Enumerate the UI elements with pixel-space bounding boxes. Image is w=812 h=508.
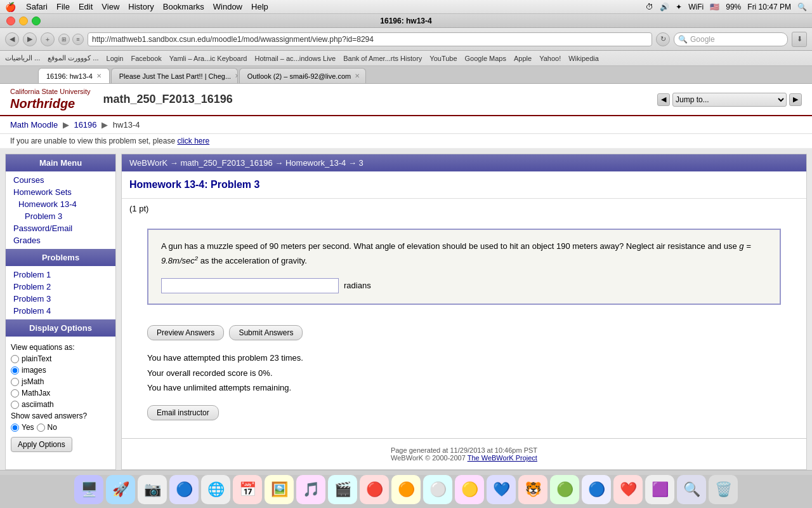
click-here-link[interactable]: click here (178, 137, 210, 145)
sidebar-item-courses[interactable]: Courses (6, 174, 115, 186)
url-bar[interactable]: http://mathweb1.sandbox.csun.edu/moodle1… (88, 32, 652, 46)
sidebar-item-problem-3[interactable]: Problem 3 (6, 210, 115, 222)
jump-next-button[interactable]: ▶ (789, 93, 802, 106)
problems-nav: Problem 1 Problem 2 Problem 3 Problem 4 (6, 266, 115, 319)
downloads-button[interactable]: ⬇ (792, 32, 807, 47)
bookmark-yahoo[interactable]: Yahoo! (539, 55, 561, 62)
reader-button[interactable]: ≡ (72, 34, 84, 45)
window-menu[interactable]: Window (213, 2, 242, 11)
dock-safari[interactable]: 🌐 (201, 475, 230, 504)
dock-app-16[interactable]: 🔵 (582, 475, 611, 504)
tab-close-3[interactable]: ✕ (355, 72, 360, 79)
minimize-button[interactable] (19, 17, 28, 25)
radio-asciimath[interactable] (11, 401, 19, 409)
bookmark-hotmail[interactable]: Hotmail – ac...indows Live (254, 55, 336, 62)
bookmark-1[interactable]: الرياضيات ... (5, 54, 40, 62)
menu-bar: 🍎 Safari File Edit View History Bookmark… (0, 0, 812, 14)
dock-app-12[interactable]: 🟡 (455, 475, 484, 504)
sidebar-item-homework-sets[interactable]: Homework Sets (6, 186, 115, 198)
volume-icon[interactable]: 🔊 (660, 3, 669, 11)
bookmark-apple[interactable]: Apple (514, 55, 532, 62)
jump-prev-button[interactable]: ◀ (657, 93, 670, 106)
bookmark-yamli[interactable]: Yamli – Ara...ic Keyboard (169, 55, 247, 62)
sidebar-problem-3[interactable]: Problem 3 (6, 293, 115, 305)
dock-preview[interactable]: 🖼️ (265, 475, 294, 504)
tab-active[interactable]: 16196: hw13-4 ✕ (38, 68, 110, 83)
dock-app-3[interactable]: 🔵 (169, 475, 199, 504)
dock-trash[interactable]: 🗑️ (709, 475, 738, 504)
radio-mathjax[interactable] (11, 389, 19, 398)
tab-3[interactable]: Outlook (2) – smai6-92@live.com ✕ (239, 68, 366, 83)
bluetooth-icon[interactable]: ✦ (676, 3, 682, 11)
bookmark-login[interactable]: Login (107, 55, 124, 62)
bookmarks-menu[interactable]: Bookmarks (163, 2, 204, 11)
sidebar-item-grades[interactable]: Grades (6, 234, 115, 246)
safari-menu[interactable]: Safari (26, 2, 48, 11)
bookmark-2[interactable]: كووورت الموقع ... (48, 54, 98, 62)
display-options-section: View equations as: plainText images jsMa… (6, 342, 115, 456)
email-instructor-button[interactable]: Email instructor (147, 405, 219, 420)
submit-answers-button[interactable]: Submit Answers (229, 325, 303, 340)
answer-input[interactable] (161, 278, 339, 293)
edit-menu[interactable]: Edit (79, 2, 93, 11)
bookmark-boa[interactable]: Bank of Amer...rts History (343, 55, 422, 62)
breadcrumb-16196[interactable]: 16196 (74, 120, 96, 130)
dock-quicktime[interactable]: 🎬 (328, 475, 357, 504)
apple-menu[interactable]: 🍎 (5, 2, 16, 12)
dock-finder[interactable]: 🖥️ (74, 475, 103, 504)
preview-answers-button[interactable]: Preview Answers (147, 325, 224, 340)
forward-button[interactable]: ▶ (23, 32, 37, 46)
dock-app-17[interactable]: ❤️ (613, 475, 643, 504)
dock-app-9[interactable]: 🔴 (360, 475, 389, 504)
tab-2[interactable]: Please Just The Last Part!! | Cheg... ✕ (111, 68, 238, 83)
dock-app-14[interactable]: 🐯 (518, 475, 547, 504)
show-all-tabs-button[interactable]: ⊞ (58, 34, 70, 45)
webwork-project-link[interactable]: The WeBWorK Project (468, 454, 537, 462)
bookmark-facebook[interactable]: Facebook (131, 55, 161, 62)
sidebar-problem-4[interactable]: Problem 4 (6, 305, 115, 317)
tab-close-2[interactable]: ✕ (235, 72, 238, 79)
dock-app-10[interactable]: 🟠 (391, 475, 421, 504)
dock-app-13[interactable]: 💙 (487, 475, 516, 504)
bookmark-youtube[interactable]: YouTube (429, 55, 457, 62)
search-bar[interactable]: 🔍 Google (674, 32, 788, 46)
radio-no[interactable] (37, 424, 45, 432)
dock-itunes[interactable]: 🎵 (296, 475, 325, 504)
back-button[interactable]: ◀ (5, 32, 19, 46)
dock-spotlight[interactable]: 🔍 (677, 475, 706, 504)
apply-options-button[interactable]: Apply Options (11, 437, 72, 452)
display-options-header: Display Options (6, 319, 115, 337)
sidebar-item-password-email[interactable]: Password/Email (6, 222, 115, 234)
dock-app-18[interactable]: 🟪 (645, 475, 674, 504)
sidebar-problem-1[interactable]: Problem 1 (6, 269, 115, 281)
close-button[interactable] (6, 17, 15, 25)
help-menu[interactable]: Help (251, 2, 268, 11)
jump-to-select[interactable]: Jump to... (672, 93, 787, 107)
dock-launchpad[interactable]: 🚀 (106, 475, 135, 504)
dock-app-15[interactable]: 🟢 (550, 475, 579, 504)
bookmark-googlemaps[interactable]: Google Maps (465, 55, 506, 62)
sidebar-problem-2[interactable]: Problem 2 (6, 281, 115, 293)
content-body: Main Menu Courses Homework Sets Homework… (0, 149, 812, 475)
file-menu[interactable]: File (56, 2, 70, 11)
dock-calendar[interactable]: 📅 (233, 475, 262, 504)
radio-images[interactable] (11, 366, 19, 375)
history-menu[interactable]: History (128, 2, 154, 11)
radio-jsmath[interactable] (11, 378, 19, 386)
spotlight-icon[interactable]: 🔍 (797, 3, 807, 11)
tab-close-1[interactable]: ✕ (96, 72, 102, 79)
radio-plaintext[interactable] (11, 355, 19, 363)
breadcrumb-math-moodle[interactable]: Math Moodle (10, 120, 58, 130)
wifi-icon[interactable]: WiFi (688, 3, 704, 11)
time-machine-icon[interactable]: ⏱ (646, 3, 653, 11)
maximize-button[interactable] (32, 17, 41, 25)
bookmark-wikipedia[interactable]: Wikipedia (568, 55, 599, 62)
button-group: Preview Answers Submit Answers (122, 320, 806, 345)
reload-button[interactable]: ↻ (656, 32, 670, 46)
view-menu[interactable]: View (102, 2, 119, 11)
radio-yes[interactable] (11, 424, 19, 432)
dock-photos[interactable]: 📷 (138, 475, 167, 504)
add-tab-button[interactable]: + (41, 32, 55, 46)
sidebar-item-homework-13-4[interactable]: Homework 13-4 (6, 198, 115, 210)
dock-app-11[interactable]: ⚪ (423, 475, 452, 504)
